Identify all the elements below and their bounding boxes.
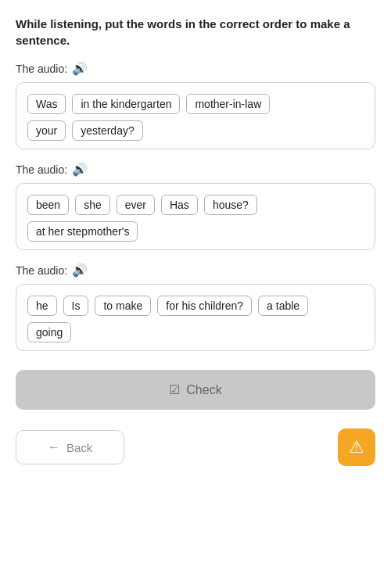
word-row-2-1: been she ever Has house? — [27, 195, 364, 215]
word-chip[interactable]: going — [27, 322, 71, 342]
word-chip[interactable]: been — [27, 195, 69, 215]
word-chip[interactable]: Has — [161, 195, 198, 215]
word-row-3-2: going — [27, 322, 364, 342]
word-row-2-2: at her stepmother's — [27, 221, 364, 242]
word-chip[interactable]: mother-in-law — [186, 94, 270, 114]
page-container: While listening, put the words in the co… — [0, 0, 391, 588]
word-row-3-1: he Is to make for his children? a table — [27, 296, 364, 316]
word-box-1: Was in the kindergarten mother-in-law yo… — [16, 82, 375, 149]
word-box-2: been she ever Has house? at her stepmoth… — [16, 183, 375, 250]
word-chip[interactable]: your — [27, 120, 66, 141]
back-button[interactable]: ← Back — [16, 430, 124, 464]
word-chip[interactable]: yesterday? — [72, 120, 142, 141]
back-label: Back — [66, 441, 92, 454]
word-chip[interactable]: Was — [27, 94, 66, 114]
word-chip[interactable]: to make — [95, 296, 151, 316]
audio-label-1: The audio: 🔊 — [16, 61, 375, 76]
word-chip[interactable]: he — [27, 296, 57, 316]
section-3: The audio: 🔊 he Is to make for his child… — [16, 263, 375, 351]
check-icon: ☑ — [169, 382, 180, 397]
section-2: The audio: 🔊 been she ever Has house? at… — [16, 162, 375, 250]
section-1: The audio: 🔊 Was in the kindergarten mot… — [16, 61, 375, 149]
word-box-3: he Is to make for his children? a table … — [16, 284, 375, 351]
audio-icon-1[interactable]: 🔊 — [72, 61, 88, 76]
warning-icon: ⚠ — [349, 437, 364, 457]
back-arrow-icon: ← — [48, 440, 60, 454]
audio-label-3: The audio: 🔊 — [16, 263, 375, 278]
word-row-1-1: Was in the kindergarten mother-in-law — [27, 94, 364, 114]
audio-label-2: The audio: 🔊 — [16, 162, 375, 177]
bottom-bar: ← Back ⚠ — [16, 428, 375, 466]
check-label: Check — [186, 383, 221, 397]
word-chip[interactable]: house? — [204, 195, 257, 215]
word-chip[interactable]: ever — [117, 195, 155, 215]
word-chip[interactable]: for his children? — [157, 296, 252, 316]
word-chip[interactable]: a table — [258, 296, 308, 316]
warning-button[interactable]: ⚠ — [338, 428, 375, 466]
word-chip[interactable]: in the kindergarten — [72, 94, 180, 114]
audio-icon-3[interactable]: 🔊 — [72, 263, 88, 278]
audio-icon-2[interactable]: 🔊 — [72, 162, 88, 177]
word-chip[interactable]: Is — [63, 296, 89, 316]
check-button[interactable]: ☑ Check — [16, 370, 375, 410]
word-row-1-2: your yesterday? — [27, 120, 364, 141]
word-chip[interactable]: at her stepmother's — [27, 221, 138, 242]
word-chip[interactable]: she — [75, 195, 110, 215]
instruction-text: While listening, put the words in the co… — [16, 16, 375, 48]
